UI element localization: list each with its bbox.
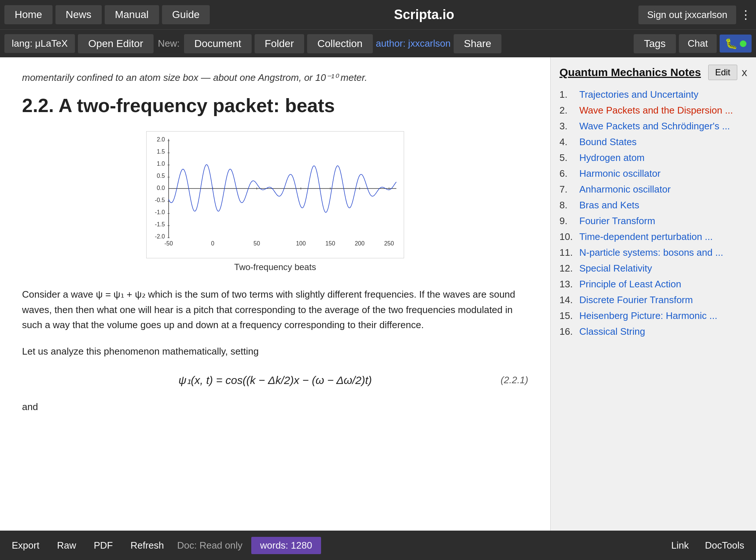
svg-text:-1.5: -1.5: [155, 221, 165, 227]
right-sidebar: Quantum Mechanics Notes Edit x 1.Traject…: [550, 57, 756, 531]
toc-link[interactable]: N-particle systems: bosons and ...: [579, 247, 723, 258]
share-button[interactable]: Share: [454, 34, 502, 53]
online-indicator: [740, 40, 746, 47]
toc-item: 8.Bras and Kets: [559, 200, 747, 211]
toc-list: 1.Trajectories and Uncertainty2.Wave Pac…: [559, 89, 747, 342]
toc-number: 2.: [559, 105, 579, 116]
svg-text:50: 50: [253, 240, 260, 247]
toc-link[interactable]: Anharmonic oscillator: [579, 184, 671, 195]
svg-text:250: 250: [384, 240, 394, 247]
toc-number: 13.: [559, 279, 579, 290]
toc-item: 14.Discrete Fourier Transform: [559, 294, 747, 306]
svg-text:200: 200: [355, 240, 365, 247]
manual-button[interactable]: Manual: [105, 5, 159, 24]
author-button[interactable]: author: jxxcarlson: [376, 38, 451, 49]
toc-number: 14.: [559, 294, 579, 306]
bug-icon: 🐛: [725, 37, 738, 50]
toc-link[interactable]: Discrete Fourier Transform: [579, 294, 693, 306]
app-title: Scripta.io: [213, 7, 635, 22]
chart-caption: Two-frequency beats: [234, 262, 316, 272]
beats-chart: 2.0 1.5 1.0 0.5 0.0 -0.5 -1.0 -1.5: [147, 132, 404, 256]
svg-text:2.0: 2.0: [157, 136, 165, 143]
toc-link[interactable]: Heisenberg Picture: Harmonic ...: [579, 310, 717, 322]
sign-out-button[interactable]: Sign out jxxcarlson: [638, 6, 736, 24]
toc-link[interactable]: Wave Packets and Schrödinger's ...: [579, 121, 730, 132]
new-label: New:: [156, 38, 181, 49]
tags-button[interactable]: Tags: [634, 34, 676, 53]
paragraph-2: Let us analyze this phenomenon mathemati…: [22, 344, 528, 359]
toc-link[interactable]: Hydrogen atom: [579, 152, 645, 164]
toc-item: 11.N-particle systems: bosons and ...: [559, 247, 747, 258]
and-text: and: [22, 401, 528, 413]
second-nav: lang: μLaTeX Open Editor New: Document F…: [0, 29, 756, 57]
doc-area: momentarily confined to an atom size box…: [0, 57, 550, 531]
readonly-badge: Doc: Read only: [177, 540, 242, 551]
bottom-bar: Export Raw PDF Refresh Doc: Read only wo…: [0, 531, 756, 560]
top-nav: Home News Manual Guide Scripta.io Sign o…: [0, 0, 756, 29]
toc-link[interactable]: Classical String: [579, 326, 645, 337]
toc-link[interactable]: Wave Packets and the Dispersion ...: [579, 105, 733, 116]
raw-button[interactable]: Raw: [53, 538, 80, 553]
refresh-button[interactable]: Refresh: [126, 538, 168, 553]
toc-number: 12.: [559, 263, 579, 274]
toc-item: 9.Fourier Transform: [559, 215, 747, 227]
new-collection-button[interactable]: Collection: [307, 34, 373, 53]
home-button[interactable]: Home: [4, 5, 53, 24]
chat-button[interactable]: Chat: [679, 34, 717, 53]
link-button[interactable]: Link: [667, 538, 693, 553]
toc-link[interactable]: Bras and Kets: [579, 200, 639, 211]
pdf-button[interactable]: PDF: [89, 538, 117, 553]
paragraph-1: Consider a wave ψ = ψ₁ + ψ₂ which is the…: [22, 287, 528, 333]
toc-number: 3.: [559, 121, 579, 132]
bug-button[interactable]: 🐛: [720, 35, 752, 53]
doc-content: momentarily confined to an atom size box…: [0, 57, 550, 531]
open-editor-button[interactable]: Open Editor: [78, 34, 153, 53]
sidebar-edit-button[interactable]: Edit: [708, 65, 737, 80]
chart-svg: 2.0 1.5 1.0 0.5 0.0 -0.5 -1.0 -1.5: [146, 131, 404, 258]
section-title: 2.2. A two-frequency packet: beats: [22, 94, 528, 116]
toc-item: 5.Hydrogen atom: [559, 152, 747, 164]
math-formula-block: ψ₁(x, t) = cos((k − Δk/2)x − (ω − Δω/2)t…: [22, 374, 528, 387]
new-document-button[interactable]: Document: [184, 34, 252, 53]
toc-link[interactable]: Fourier Transform: [579, 215, 655, 227]
chart-container: 2.0 1.5 1.0 0.5 0.0 -0.5 -1.0 -1.5: [22, 131, 528, 272]
svg-text:100: 100: [296, 240, 306, 247]
svg-text:-2.0: -2.0: [155, 233, 165, 240]
toc-item: 10.Time-dependent perturbation ...: [559, 231, 747, 243]
sidebar-controls: Edit x: [708, 65, 747, 80]
svg-text:1.0: 1.0: [157, 161, 165, 167]
svg-text:0.5: 0.5: [157, 173, 165, 179]
toc-item: 12.Special Relativity: [559, 263, 747, 274]
lang-button[interactable]: lang: μLaTeX: [4, 34, 75, 53]
sidebar-close-button[interactable]: x: [742, 66, 747, 79]
toc-item: 13.Principle of Least Action: [559, 279, 747, 290]
doctools-button[interactable]: DocTools: [701, 538, 749, 553]
guide-button[interactable]: Guide: [162, 5, 210, 24]
svg-text:150: 150: [325, 240, 335, 247]
toc-link[interactable]: Harmonic oscillator: [579, 168, 660, 179]
svg-text:-0.5: -0.5: [155, 197, 165, 203]
toc-number: 4.: [559, 136, 579, 148]
news-button[interactable]: News: [55, 5, 102, 24]
toc-link[interactable]: Time-dependent perturbation ...: [579, 231, 713, 243]
toc-link[interactable]: Trajectories and Uncertainty: [579, 89, 698, 100]
svg-text:1.5: 1.5: [157, 148, 165, 155]
toc-item: 1.Trajectories and Uncertainty: [559, 89, 747, 100]
toc-number: 1.: [559, 89, 579, 100]
main-area: momentarily confined to an atom size box…: [0, 57, 756, 531]
nav-right-area: Sign out jxxcarlson ⋮: [638, 6, 752, 24]
toc-link[interactable]: Principle of Least Action: [579, 279, 681, 290]
svg-text:-1.0: -1.0: [155, 209, 165, 215]
words-badge: words: 1280: [251, 537, 321, 554]
toc-link[interactable]: Special Relativity: [579, 263, 652, 274]
toc-item: 7.Anharmonic oscillator: [559, 184, 747, 195]
export-button[interactable]: Export: [7, 538, 44, 553]
toc-item: 6.Harmonic oscillator: [559, 168, 747, 179]
toc-number: 7.: [559, 184, 579, 195]
toc-link[interactable]: Bound States: [579, 136, 637, 148]
toc-number: 9.: [559, 215, 579, 227]
toc-item: 2.Wave Packets and the Dispersion ...: [559, 105, 747, 116]
new-folder-button[interactable]: Folder: [255, 34, 304, 53]
toc-number: 15.: [559, 310, 579, 322]
more-button[interactable]: ⋮: [740, 8, 752, 22]
